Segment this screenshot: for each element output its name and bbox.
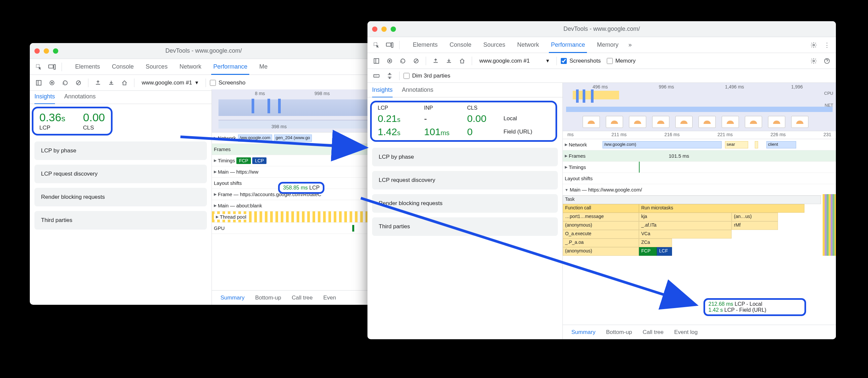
tab-network[interactable]: Network — [174, 59, 207, 75]
subtab-insights[interactable]: Insights — [34, 89, 55, 104]
expand-icon[interactable]: ▶ — [214, 170, 217, 174]
flame-cell[interactable]: Run microtasks — [639, 204, 804, 213]
insight-lcp-by-phase[interactable]: LCP by phase — [372, 148, 558, 166]
maximize-icon[interactable] — [53, 48, 58, 54]
overview-marker[interactable] — [278, 99, 281, 113]
tab-memory[interactable]: Memory — [591, 37, 624, 53]
flame-row[interactable]: (anonymous)FCPLCF — [563, 247, 836, 256]
track-gpu[interactable]: GPU — [212, 223, 377, 234]
screenshots-checkbox[interactable] — [561, 58, 567, 64]
expand-icon[interactable]: ▶ — [565, 142, 567, 147]
screenshot-thumb[interactable] — [675, 116, 692, 128]
net-request[interactable]: /ww.google.com — [238, 135, 272, 142]
lcp-badge[interactable]: LCP — [252, 157, 267, 164]
flame-cell[interactable]: _.af.ITa — [639, 221, 732, 230]
tab-call-tree[interactable]: Call tree — [286, 294, 318, 301]
flame-row[interactable]: Task — [563, 196, 836, 204]
track-timings[interactable]: ▶Timings FCP LCP — [212, 155, 377, 166]
download-icon[interactable] — [105, 77, 117, 88]
flame-cell[interactable]: Function call — [563, 204, 639, 213]
timeline-overview[interactable]: 496 ms 996 ms 1,496 ms 1,996 CPU NET — [563, 83, 836, 139]
upload-icon[interactable] — [430, 55, 441, 66]
network-throttle-icon[interactable] — [371, 70, 382, 82]
track-frames[interactable]: Frames 199.2 ms — [212, 144, 377, 155]
home-icon[interactable] — [119, 77, 130, 88]
expand-icon[interactable]: ▶ — [214, 158, 217, 163]
flame-cell[interactable]: O_a.execute — [563, 230, 639, 238]
screenshot-thumb[interactable] — [606, 116, 623, 128]
screenshots-toggle[interactable]: Screensho — [210, 80, 245, 86]
track-network[interactable]: ▶Network /ww.google.com) sear client — [563, 139, 836, 150]
memory-checkbox[interactable] — [607, 58, 613, 64]
inspect-icon[interactable] — [371, 39, 382, 51]
memory-toggle[interactable]: Memory — [607, 58, 636, 64]
tab-performance[interactable]: Performance — [545, 37, 591, 53]
net-request[interactable]: sear — [725, 141, 748, 148]
flame-row[interactable]: _.P_a.oaZCa — [563, 238, 836, 247]
upload-icon[interactable] — [92, 77, 104, 88]
tab-event-log[interactable]: Even — [318, 294, 341, 301]
subtab-annotations[interactable]: Annotations — [64, 89, 96, 104]
flame-cell[interactable]: (anonymous) — [563, 221, 639, 230]
track-thread-pool[interactable]: ▶Thread pool — [212, 211, 377, 223]
screenshot-thumb[interactable] — [583, 116, 600, 128]
device-toggle-icon[interactable] — [384, 39, 395, 51]
screenshot-thumb[interactable] — [699, 116, 716, 128]
subtab-insights[interactable]: Insights — [372, 83, 393, 97]
track-main-header[interactable]: ▼Main — https://www.google.com/ — [563, 184, 836, 196]
tab-summary[interactable]: Summary — [566, 329, 601, 336]
flame-cell[interactable]: _.P_a.oa — [563, 238, 639, 247]
net-request[interactable]: /ww.google.com) — [602, 141, 722, 148]
screenshot-thumb[interactable] — [722, 116, 739, 128]
flame-cell[interactable]: Task — [563, 196, 821, 204]
clear-icon[interactable] — [73, 77, 84, 88]
tab-sources[interactable]: Sources — [140, 59, 174, 75]
net-request[interactable]: client — [766, 141, 796, 148]
recording-selector[interactable]: www.google.com #1 ▾ — [476, 56, 553, 66]
tab-summary[interactable]: Summary — [215, 294, 250, 301]
overview-marker[interactable] — [576, 89, 579, 103]
fcp-badge[interactable]: FCP — [236, 157, 251, 164]
screenshots-checkbox[interactable] — [210, 80, 216, 86]
subtab-annotations[interactable]: Annotations — [402, 83, 433, 97]
record-icon[interactable] — [384, 55, 395, 66]
flame-cell[interactable]: (anonymous) — [563, 247, 639, 256]
net-request[interactable]: gen_204 (www.go — [274, 135, 312, 142]
track-network[interactable]: ▶Network /ww.google.com gen_204 (www.go — [212, 133, 377, 144]
tab-bottom-up[interactable]: Bottom-up — [250, 294, 286, 301]
titlebar[interactable]: DevTools - www.google.com/ — [30, 43, 377, 59]
reload-record-icon[interactable] — [397, 55, 408, 66]
tab-call-tree[interactable]: Call tree — [637, 329, 669, 336]
tab-bottom-up[interactable]: Bottom-up — [601, 329, 637, 336]
screenshot-thumb[interactable] — [791, 116, 808, 128]
expand-icon[interactable]: ▶ — [565, 154, 567, 158]
expand-icon[interactable]: ▶ — [565, 165, 567, 169]
overview-marker[interactable] — [252, 99, 254, 113]
inspect-icon[interactable] — [33, 61, 44, 72]
track-main2[interactable]: ▶Main — about:blank — [212, 200, 377, 211]
tab-performance[interactable]: Performance — [207, 59, 253, 75]
insight-third-parties[interactable]: Third parties — [34, 211, 207, 230]
collapse-icon[interactable]: ▼ — [565, 188, 568, 192]
expand-icon[interactable]: ▶ — [216, 215, 218, 219]
tab-network[interactable]: Network — [511, 37, 545, 53]
flame-cell[interactable]: (an…us) — [732, 213, 778, 221]
screenshot-thumb[interactable] — [629, 116, 646, 128]
insight-lcp-discovery[interactable]: LCP request discovery — [372, 171, 558, 190]
minimize-icon[interactable] — [381, 27, 387, 32]
download-icon[interactable] — [443, 55, 455, 66]
minimize-icon[interactable] — [44, 48, 49, 54]
flame-row[interactable]: O_a.executeVCa — [563, 230, 836, 238]
clear-icon[interactable] — [410, 55, 422, 66]
toggle-sidebar-icon[interactable] — [33, 77, 44, 88]
dim-checkbox[interactable] — [404, 73, 409, 79]
titlebar[interactable]: DevTools - www.google.com/ — [368, 21, 836, 37]
help-icon[interactable] — [821, 55, 833, 66]
flame-cell[interactable]: …port1…message — [563, 213, 639, 221]
flame-row[interactable]: (anonymous)_.af.ITarMf — [563, 221, 836, 230]
flame-row[interactable]: …port1…messagekja(an…us) — [563, 213, 836, 221]
close-icon[interactable] — [372, 27, 377, 32]
flame-cell[interactable]: VCa — [639, 230, 732, 238]
capture-settings-icon[interactable] — [808, 55, 819, 66]
insight-render-blocking[interactable]: Render blocking requests — [372, 194, 558, 213]
